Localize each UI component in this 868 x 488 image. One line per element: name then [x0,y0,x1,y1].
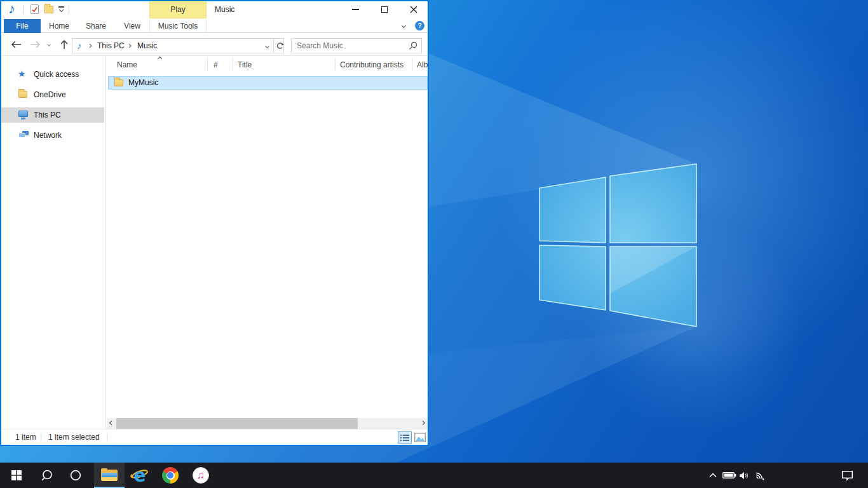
file-name: MyMusic [128,77,158,89]
recent-locations-dropdown[interactable] [48,43,50,46]
column-divider[interactable] [335,58,336,71]
horizontal-scrollbar[interactable] [107,418,429,429]
chrome-icon [162,467,179,484]
taskbar-internet-explorer[interactable]: e [125,463,155,488]
help-icon[interactable]: ? [415,21,424,30]
column-header-title[interactable]: Title [238,60,252,69]
tab-home[interactable]: Home [41,19,78,33]
tab-music-tools[interactable]: Music Tools [149,19,207,33]
battery-indicator[interactable] [722,463,737,488]
wifi-icon [755,471,764,480]
svg-text:e: e [134,466,146,485]
contextual-tab-play[interactable]: Play [149,1,207,18]
sidebar-label: Network [34,128,62,143]
address-bar[interactable]: ♪ › This PC › Music [72,38,284,53]
app-icon-music-note: ♪ [8,1,15,17]
breadcrumb-music[interactable]: Music [137,39,157,53]
internet-explorer-icon: e [130,466,149,485]
window-title: Music [215,0,234,19]
search-icon [40,469,53,482]
customize-qat-dropdown[interactable] [58,6,64,13]
item-count: 1 item [15,430,36,445]
quick-access-star-icon: ★ [18,68,29,79]
column-header-name[interactable]: Name [117,60,137,69]
scrollbar-thumb[interactable] [116,418,358,429]
column-header-artists[interactable]: Contributing artists [340,60,403,69]
windows-logo-pane-tr [610,164,696,243]
divider [273,39,274,53]
forward-button[interactable] [29,39,41,50]
expand-ribbon-chevron-icon[interactable] [402,24,405,27]
column-header-album[interactable]: Alb [417,60,428,69]
maximize-button[interactable] [370,0,399,19]
taskbar-chrome[interactable] [155,463,186,488]
details-view-icon [400,434,409,442]
tab-view[interactable]: View [114,19,150,33]
back-button[interactable] [10,39,22,50]
sidebar-item-onedrive[interactable]: OneDrive [0,87,104,102]
taskbar-file-explorer[interactable] [94,463,125,488]
selection-count: 1 item selected [48,430,100,445]
scroll-right-arrow[interactable] [421,421,424,424]
back-arrow-icon [11,41,22,48]
column-header-number[interactable]: # [214,60,218,69]
sidebar-item-network[interactable]: Network [0,128,104,143]
wifi-indicator[interactable] [752,463,766,488]
sidebar-item-quick-access[interactable]: ★ Quick access [0,67,104,82]
separator [69,5,69,14]
file-row-mymusic[interactable]: MyMusic [108,76,428,90]
properties-qat-button[interactable] [31,4,39,14]
file-explorer-window: ♪ Play Music File Home Share View Music … [0,0,429,446]
sort-ascending-icon [158,57,161,60]
file-explorer-icon [101,468,118,481]
windows-logo-pane-bl [539,245,606,310]
refresh-icon [275,41,285,51]
close-button[interactable] [399,0,428,19]
folder-icon [114,79,123,86]
minimize-button[interactable] [341,0,370,19]
details-view-button[interactable] [398,431,412,444]
new-folder-qat-button[interactable] [44,6,53,13]
sidebar-label: Quick access [34,67,79,82]
action-center-button[interactable] [837,463,857,488]
windows-logo-pane-tl [539,177,606,243]
column-divider[interactable] [412,58,412,71]
action-center-icon [841,470,853,481]
tab-file[interactable]: File [4,19,41,33]
search-placeholder: Search Music [297,39,343,53]
column-divider[interactable] [207,58,208,71]
windows-start-icon [11,470,22,480]
divider [41,433,41,442]
speaker-icon [740,471,749,480]
breadcrumb-this-pc[interactable]: This PC [97,39,125,53]
close-icon [410,6,417,13]
address-dropdown-chevron[interactable] [266,44,269,48]
thumbnails-view-icon [414,433,426,442]
sidebar-item-this-pc[interactable]: This PC [0,107,104,123]
start-button[interactable] [3,463,31,488]
separator [23,5,24,14]
thumbnails-view-button[interactable] [414,433,426,442]
volume-indicator[interactable] [737,463,751,488]
search-icon [409,41,417,50]
itunes-icon: ♫ [193,467,209,484]
address-bar-row: ♪ › This PC › Music Search Music [0,33,429,56]
taskbar: e ♫ [0,463,868,488]
search-button[interactable] [33,463,60,488]
tab-share[interactable]: Share [78,19,114,33]
file-list: Name # Title Contributing artists Alb My… [106,56,429,418]
sidebar-label: This PC [34,107,61,123]
up-button[interactable] [58,39,70,50]
cortana-button[interactable] [62,463,89,488]
sidebar-label: OneDrive [34,87,66,102]
status-bar: 1 item 1 item selected [0,429,429,445]
scroll-left-arrow[interactable] [110,421,113,424]
taskbar-itunes[interactable]: ♫ [186,463,216,488]
refresh-button[interactable] [275,39,285,53]
search-box[interactable]: Search Music [291,38,422,53]
this-pc-monitor-icon [18,109,29,120]
show-hidden-icons-button[interactable] [705,463,721,488]
column-divider[interactable] [233,58,233,71]
cortana-icon [70,470,81,481]
breadcrumb-separator: › [89,38,92,52]
